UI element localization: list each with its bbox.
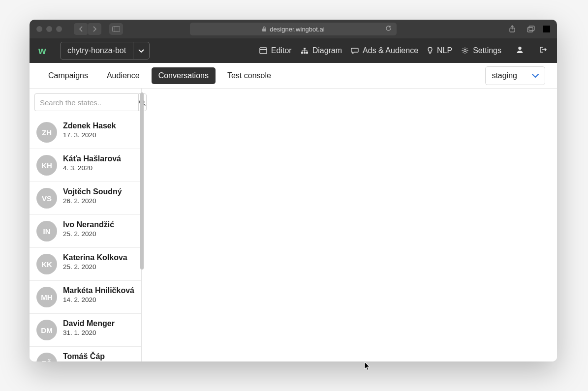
nav-diagram-label: Diagram [312,46,342,55]
svg-line-16 [144,103,146,105]
conversation-text: Vojtěch Soudný26. 2. 2020 [63,187,122,205]
conversation-date: 25. 2. 2020 [63,263,127,271]
conversation-date: 26. 2. 2020 [63,197,122,205]
conversation-item[interactable]: VSVojtěch Soudný26. 2. 2020 [30,181,141,214]
chat-icon [351,47,359,54]
tab-campaigns[interactable]: Campaigns [41,67,95,84]
browser-tabs-button[interactable] [525,23,537,35]
share-icon [509,25,516,33]
chevron-down-icon [532,74,539,78]
project-name: chytry-honza-bot [61,46,133,55]
conversation-name: Tomáš Čáp [63,352,105,361]
nav-nlp[interactable]: NLP [427,46,452,55]
avatar: ZH [36,122,57,143]
app-logo[interactable]: w [38,45,53,57]
conversation-text: David Menger31. 1. 2020 [63,319,115,336]
conversation-text: Katerina Kolkova25. 2. 2020 [63,253,127,271]
app-header: w chytry-honza-bot Editor Diagram Ads & … [30,38,557,63]
conversation-item[interactable]: DMDavid Menger31. 1. 2020 [30,313,141,346]
avatar: MH [36,287,57,307]
main-nav: Editor Diagram Ads & Audience NLP Settin… [259,46,548,56]
conversation-text: Tomáš Čáp29. 1. 2020 [63,352,105,361]
nav-logout[interactable] [538,46,548,55]
tab-audience[interactable]: Audience [100,67,147,84]
conversation-date: 14. 2. 2020 [63,296,134,303]
nav-ads-label: Ads & Audience [363,46,418,55]
chevron-left-icon [79,26,83,32]
browser-back-button[interactable] [74,23,88,35]
browser-nav-arrows [74,23,101,35]
conversation-item[interactable]: INIvo Nerandžić25. 2. 2020 [30,214,141,247]
conversation-name: Katerina Kolkova [63,253,127,262]
svg-rect-5 [529,26,534,30]
browser-address-bar[interactable]: designer.wingbot.ai [190,23,397,35]
svg-rect-6 [260,48,267,54]
conversation-name: Káťa Hašlarová [63,154,121,163]
tab-conversations[interactable]: Conversations [152,67,216,84]
svg-rect-4 [527,28,533,32]
avatar: IN [36,221,57,241]
nav-editor-label: Editor [271,46,292,55]
avatar: TČ [36,353,57,361]
conversation-date: 31. 1. 2020 [63,329,115,336]
sidebar-icon [112,26,120,32]
avatar: KK [36,254,57,274]
search-row [30,89,141,116]
conversation-text: Ivo Nerandžić25. 2. 2020 [63,220,114,238]
svg-rect-8 [304,48,306,50]
project-selector[interactable]: chytry-honza-bot [60,42,150,60]
avatar: DM [36,320,57,340]
fullscreen-window-button[interactable] [56,26,62,32]
conversation-date: 25. 2. 2020 [63,230,114,238]
nav-settings[interactable]: Settings [461,46,501,55]
conversation-name: Ivo Nerandžić [63,220,114,229]
environment-selector-caret [532,71,539,80]
environment-selector[interactable]: staging [485,66,545,85]
avatar: KH [36,155,57,176]
nav-diagram[interactable]: Diagram [301,46,342,55]
reload-icon [385,25,392,31]
conversation-item[interactable]: KHKáťa Hašlarová4. 3. 2020 [30,149,141,181]
editor-icon [259,47,267,54]
search-input[interactable] [34,93,138,111]
conversation-name: Vojtěch Soudný [63,187,122,196]
content-area: ZHZdenek Hasek17. 3. 2020KHKáťa Hašlarov… [30,89,557,361]
browser-reload-button[interactable] [385,25,392,33]
svg-rect-0 [113,27,120,32]
conversations-list: ZHZdenek Hasek17. 3. 2020KHKáťa Hašlarov… [30,116,141,361]
browser-titlebar: designer.wingbot.ai [30,20,557,38]
conversation-text: Káťa Hašlarová4. 3. 2020 [63,154,121,172]
nav-user[interactable] [515,46,525,56]
sidebar-scrollbar-thumb[interactable] [140,92,144,270]
minimize-window-button[interactable] [46,26,52,32]
traffic-lights [36,26,62,32]
conversation-item[interactable]: KKKaterina Kolkova25. 2. 2020 [30,247,141,280]
tabs-icon [527,26,535,32]
diagram-icon [301,47,309,54]
svg-rect-10 [304,52,306,54]
browser-address-text: designer.wingbot.ai [270,26,324,33]
conversation-item[interactable]: ZHZdenek Hasek17. 3. 2020 [30,116,141,149]
conversation-item[interactable]: TČTomáš Čáp29. 1. 2020 [30,346,141,361]
browser-share-button[interactable] [506,23,519,35]
conversations-sidebar: ZHZdenek Hasek17. 3. 2020KHKáťa Hašlarov… [30,89,142,361]
conversation-date: 4. 3. 2020 [63,164,121,172]
browser-window: designer.wingbot.ai w chytry-honza-bot [30,20,557,361]
svg-rect-9 [301,52,303,54]
browser-forward-button[interactable] [88,23,101,35]
conversation-date: 17. 3. 2020 [63,131,116,139]
svg-point-14 [518,47,521,50]
user-icon [516,46,524,54]
conversation-name: David Menger [63,319,115,328]
conversation-text: Markéta Hniličková14. 2. 2020 [63,286,134,303]
nav-editor[interactable]: Editor [259,46,292,55]
window-resize-corner[interactable] [543,26,550,32]
conversation-text: Zdenek Hasek17. 3. 2020 [63,121,116,139]
subnav: Campaigns Audience Conversations Test co… [30,63,557,89]
browser-sidebar-toggle[interactable] [109,23,123,35]
conversation-item[interactable]: MHMarkéta Hniličková14. 2. 2020 [30,280,141,313]
close-window-button[interactable] [36,26,42,32]
titlebar-right-controls [506,23,550,35]
nav-ads-audience[interactable]: Ads & Audience [351,46,418,55]
tab-test-console[interactable]: Test console [220,67,278,84]
